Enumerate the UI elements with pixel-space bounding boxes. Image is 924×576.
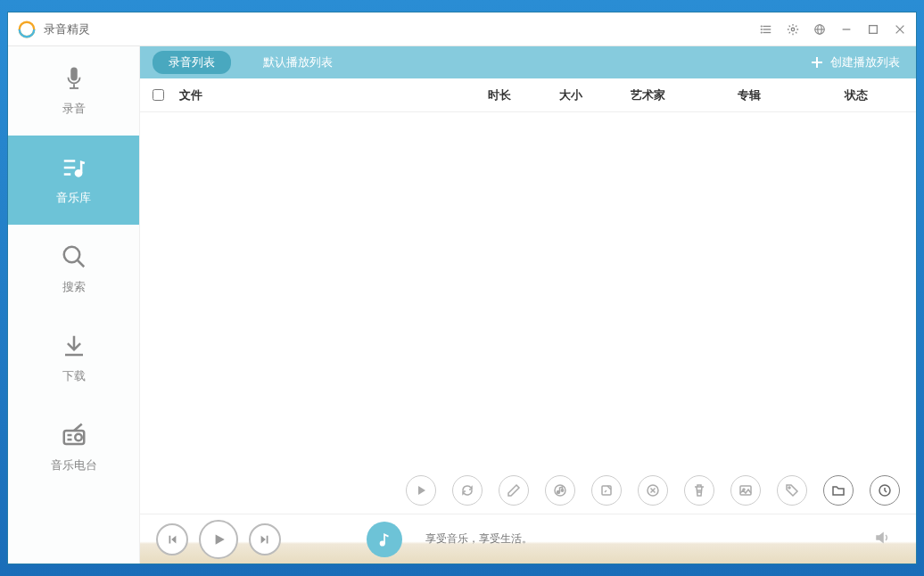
- music-note-icon: [376, 531, 392, 547]
- app-logo-icon: [17, 20, 37, 39]
- svg-rect-16: [73, 84, 75, 87]
- table-body: [140, 112, 916, 467]
- list-icon[interactable]: [759, 22, 773, 37]
- search-icon: [61, 243, 87, 270]
- next-icon: [259, 533, 271, 546]
- sidebar-item-download[interactable]: 下载: [8, 314, 139, 403]
- itunes-icon: [553, 483, 567, 498]
- sidebar-item-search[interactable]: 搜索: [8, 225, 139, 314]
- convert-action-button[interactable]: [452, 475, 483, 506]
- main-panel: 录音列表 默认播放列表 创建播放列表 文件 时长 大小 艺术家 专辑 状态: [140, 46, 916, 564]
- next-button[interactable]: [249, 523, 281, 555]
- play-button[interactable]: [199, 520, 238, 559]
- play-action-button[interactable]: [406, 475, 436, 506]
- sidebar-item-record[interactable]: 录音: [8, 46, 139, 136]
- download-icon: [61, 333, 87, 359]
- close-button[interactable]: [893, 22, 907, 37]
- itunes-action-button[interactable]: [545, 475, 575, 506]
- sidebar-item-label: 下载: [62, 368, 86, 384]
- maximize-button[interactable]: [866, 22, 880, 37]
- svg-point-7: [761, 32, 762, 33]
- svg-point-43: [788, 487, 790, 489]
- gear-icon[interactable]: [786, 22, 800, 37]
- note-icon: [599, 483, 614, 498]
- delete-action-button[interactable]: [684, 475, 714, 506]
- history-action-button[interactable]: [870, 475, 900, 506]
- rename-action-button[interactable]: [591, 475, 622, 506]
- tag-action-button[interactable]: [777, 475, 807, 506]
- sidebar-item-library[interactable]: 音乐库: [8, 136, 139, 225]
- svg-rect-24: [65, 354, 83, 357]
- previous-button[interactable]: [156, 523, 188, 555]
- radio-icon: [61, 422, 87, 448]
- sidebar-item-label: 音乐库: [56, 190, 91, 206]
- svg-line-23: [77, 260, 84, 267]
- player-tagline: 享受音乐，享受生活。: [425, 531, 862, 547]
- microphone-icon: [61, 65, 87, 92]
- app-title: 录音精灵: [44, 21, 759, 37]
- play-icon: [414, 483, 428, 498]
- refresh-icon: [460, 483, 474, 498]
- pencil-icon: [507, 483, 521, 498]
- cover-action-button[interactable]: [730, 475, 761, 506]
- svg-rect-13: [870, 25, 878, 33]
- clock-icon: [878, 483, 892, 498]
- speaker-icon: [873, 529, 891, 547]
- minimize-button[interactable]: [839, 22, 854, 37]
- svg-point-6: [761, 29, 762, 29]
- column-duration[interactable]: 时长: [488, 87, 559, 103]
- svg-rect-17: [70, 87, 78, 89]
- sidebar-item-label: 录音: [62, 101, 86, 117]
- select-all-checkbox[interactable]: [153, 89, 179, 101]
- svg-point-5: [761, 26, 762, 27]
- plus-icon: [811, 56, 823, 69]
- window-controls: [759, 22, 907, 37]
- tag-icon: [785, 483, 799, 498]
- sidebar-item-radio[interactable]: 音乐电台: [8, 403, 139, 492]
- column-album[interactable]: 专辑: [738, 87, 845, 103]
- tab-recording-list[interactable]: 录音列表: [153, 51, 231, 74]
- now-playing-icon: [367, 522, 402, 557]
- globe-icon[interactable]: [813, 22, 827, 37]
- column-artist[interactable]: 艺术家: [631, 87, 738, 103]
- folder-icon: [831, 483, 846, 498]
- remove-icon: [646, 483, 660, 498]
- folder-action-button[interactable]: [823, 475, 854, 506]
- play-icon: [210, 531, 227, 547]
- prev-icon: [166, 533, 178, 546]
- create-playlist-label: 创建播放列表: [830, 54, 900, 70]
- sidebar: 录音 音乐库 搜索 下载 音乐电台: [8, 46, 140, 564]
- svg-point-8: [791, 28, 795, 31]
- remove-action-button[interactable]: [638, 475, 668, 506]
- column-file[interactable]: 文件: [179, 87, 488, 103]
- edit-action-button[interactable]: [499, 475, 529, 506]
- column-size[interactable]: 大小: [559, 87, 631, 103]
- create-playlist-button[interactable]: 创建播放列表: [811, 54, 900, 70]
- music-library-icon: [61, 154, 87, 181]
- tab-bar: 录音列表 默认播放列表 创建播放列表: [140, 46, 916, 78]
- volume-button[interactable]: [873, 529, 891, 550]
- app-body: 录音 音乐库 搜索 下载 音乐电台 录音列表 默认播放列表: [8, 46, 916, 564]
- app-window: 录音精灵 录音 音乐库 搜索 下载: [7, 12, 917, 564]
- table-header: 文件 时长 大小 艺术家 专辑 状态: [140, 78, 916, 112]
- titlebar: 录音精灵: [8, 12, 916, 46]
- svg-point-26: [75, 434, 82, 441]
- trash-icon: [692, 483, 706, 498]
- sidebar-item-label: 搜索: [62, 279, 86, 295]
- svg-point-34: [561, 490, 563, 491]
- action-toolbar: [140, 467, 916, 514]
- sidebar-item-label: 音乐电台: [51, 457, 97, 473]
- tab-default-playlist[interactable]: 默认播放列表: [247, 51, 349, 74]
- svg-point-22: [63, 247, 79, 263]
- column-status[interactable]: 状态: [845, 87, 916, 103]
- image-icon: [738, 483, 753, 498]
- player-bar: 享受音乐，享受生活。: [140, 514, 916, 564]
